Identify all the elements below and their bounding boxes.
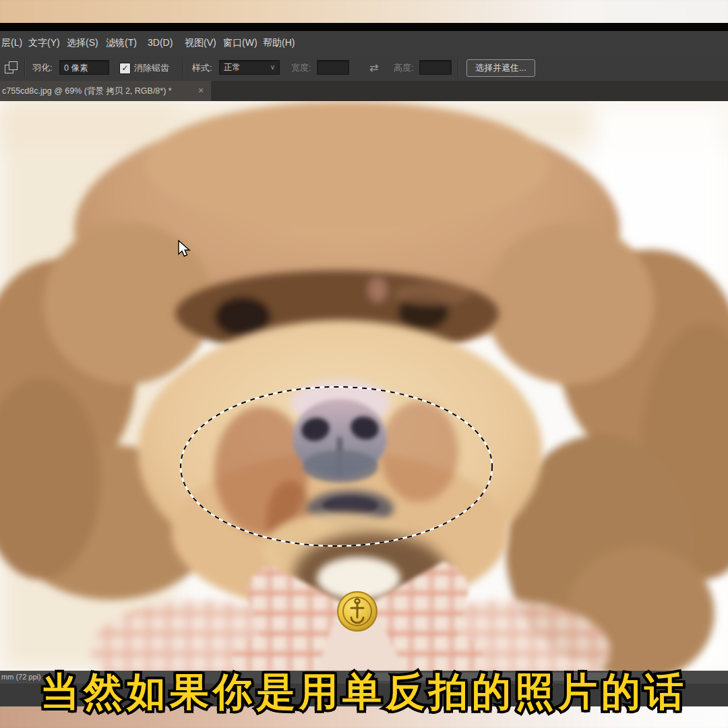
app-window: 层(L) 文字(Y) 选择(S) 滤镜(T) 3D(D) 视图(V) 窗口(W)…	[0, 0, 728, 728]
tab-close-icon[interactable]: ×	[193, 81, 208, 101]
menu-item-3d[interactable]: 3D(D)	[148, 31, 173, 55]
black-bar	[0, 23, 728, 31]
divider	[458, 59, 459, 77]
feather-label: 羽化:	[32, 55, 53, 82]
dog-photo	[0, 101, 728, 671]
document-tab[interactable]: c755cd8c.jpg @ 69% (背景 拷贝 2, RGB/8*) * ×	[0, 81, 211, 101]
style-dropdown-value: 正常	[224, 60, 241, 75]
tool-options-bar: 羽化: 0 像素 ✓ 消除锯齿 样式: 正常 ∨ 宽度: ⇄ 高度: 选择并遮住…	[0, 55, 728, 82]
menu-item-help[interactable]: 帮助(H)	[263, 31, 295, 55]
bowtie-gold-button	[338, 592, 377, 631]
height-label: 高度:	[394, 55, 414, 82]
select-and-mask-button[interactable]: 选择并遮住...	[466, 59, 535, 77]
height-input[interactable]	[419, 60, 452, 75]
swap-dimensions-icon[interactable]: ⇄	[369, 55, 378, 82]
video-subtitle: 当然如果你是用单反拍的照片的话	[0, 670, 728, 715]
document-tab-bar: c755cd8c.jpg @ 69% (背景 拷贝 2, RGB/8*) * ×	[0, 81, 728, 102]
document-tab-title: c755cd8c.jpg @ 69% (背景 拷贝 2, RGB/8*) *	[0, 86, 172, 96]
antialias-label[interactable]: 消除锯齿	[134, 55, 169, 82]
divider	[24, 59, 26, 77]
menu-item-select[interactable]: 选择(S)	[67, 31, 98, 55]
menu-item-filter[interactable]: 滤镜(T)	[106, 31, 137, 55]
feather-input[interactable]: 0 像素	[59, 60, 109, 75]
chevron-down-icon: ∨	[270, 60, 275, 75]
divider	[183, 59, 184, 77]
width-input[interactable]	[317, 60, 349, 75]
menu-bar: 层(L) 文字(Y) 选择(S) 滤镜(T) 3D(D) 视图(V) 窗口(W)…	[0, 31, 728, 55]
canvas-area[interactable]	[0, 101, 728, 671]
video-blur-strip-top	[0, 0, 728, 23]
antialias-checkbox[interactable]: ✓	[119, 63, 131, 74]
width-label: 宽度:	[291, 55, 311, 82]
menu-item-window[interactable]: 窗口(W)	[223, 31, 257, 55]
selection-combine-icon[interactable]	[5, 61, 18, 75]
style-dropdown[interactable]: 正常 ∨	[219, 60, 280, 75]
menu-item-view[interactable]: 视图(V)	[185, 31, 216, 55]
menu-item-type[interactable]: 文字(Y)	[28, 31, 60, 55]
style-label: 样式:	[192, 55, 212, 82]
menu-item-layer[interactable]: 层(L)	[1, 31, 22, 55]
